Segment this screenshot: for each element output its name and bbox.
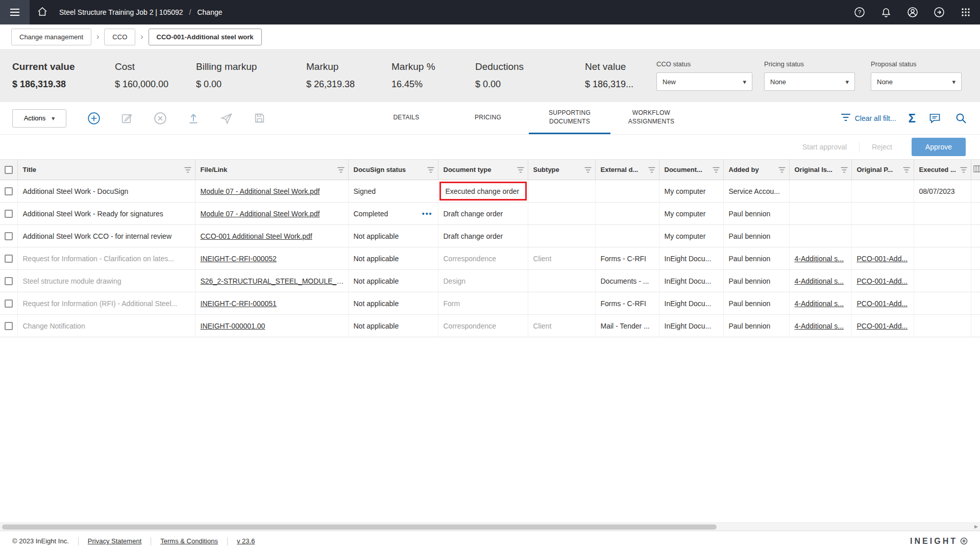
scrollbar-right-arrow-icon[interactable]: ▶: [974, 524, 978, 529]
row-checkbox[interactable]: [5, 277, 13, 285]
original-issue-link[interactable]: 4-Additional s...: [795, 255, 844, 263]
row-checkbox[interactable]: [5, 322, 13, 330]
file-link[interactable]: Module 07 - Additional Steel Work.pdf: [201, 187, 320, 195]
menu-button[interactable]: [0, 0, 30, 24]
cell-subtype: Client: [528, 315, 595, 337]
reject-button[interactable]: Reject: [860, 138, 904, 156]
upload-icon[interactable]: [186, 111, 200, 125]
apps-grid-icon[interactable]: [960, 6, 972, 18]
cancel-icon[interactable]: [153, 111, 167, 125]
account-icon[interactable]: [906, 6, 919, 18]
cco-status-select[interactable]: New ▾: [656, 72, 752, 91]
column-header-document[interactable]: Document...: [659, 160, 723, 180]
help-icon[interactable]: ?: [853, 6, 866, 18]
filter-icon[interactable]: [841, 167, 848, 173]
column-header-original-issue[interactable]: Original Is...: [789, 160, 851, 180]
file-link[interactable]: S26_2-STRUCTURAL_STEEL_MODULE_07: [201, 277, 345, 285]
breadcrumb-cco[interactable]: CCO: [104, 29, 135, 45]
notifications-icon[interactable]: [880, 6, 892, 18]
table-row[interactable]: Additional Steel Work - DocuSign Module …: [0, 180, 980, 203]
filter-icon[interactable]: [184, 167, 191, 173]
tab-supporting-documents[interactable]: SUPPORTING DOCUMENTS: [529, 102, 610, 134]
launch-icon[interactable]: [933, 6, 945, 18]
original-pco-link[interactable]: PCO-001-Add...: [857, 322, 908, 330]
filter-icon[interactable]: [427, 167, 434, 173]
column-header-original-pco[interactable]: Original P...: [851, 160, 914, 180]
filter-icon[interactable]: [337, 167, 345, 173]
row-checkbox[interactable]: [5, 210, 13, 218]
column-header-added-by[interactable]: Added by: [723, 160, 789, 180]
cell-document-type: Design: [438, 270, 528, 292]
original-pco-link[interactable]: PCO-001-Add...: [857, 299, 908, 308]
edit-icon[interactable]: [120, 111, 134, 125]
row-checkbox[interactable]: [5, 299, 13, 308]
approval-actions: Start approval Reject Approve: [0, 135, 980, 159]
row-checkbox[interactable]: [5, 187, 13, 195]
proposal-status-select[interactable]: None ▾: [871, 72, 962, 91]
row-checkbox[interactable]: [5, 232, 13, 240]
filter-icon[interactable]: [903, 167, 910, 173]
archive-icon[interactable]: [253, 111, 266, 125]
filter-icon[interactable]: [648, 167, 655, 173]
terms-conditions-link[interactable]: Terms & Conditions: [160, 537, 218, 545]
pricing-status-select[interactable]: None ▾: [764, 72, 855, 91]
approve-button[interactable]: Approve: [912, 138, 966, 156]
file-link[interactable]: Module 07 - Additional Steel Work.pdf: [201, 210, 320, 218]
tab-details[interactable]: DETAILS: [365, 102, 447, 134]
version-link[interactable]: v 23.6: [237, 537, 255, 545]
original-pco-link[interactable]: PCO-001-Add...: [857, 255, 908, 263]
cell-title: Additional Steel Work - Ready for signat…: [17, 203, 195, 225]
table-row[interactable]: Additional Steel Work CCO - for internal…: [0, 225, 980, 247]
column-header-file-link[interactable]: File/Link: [195, 160, 348, 180]
file-link[interactable]: INEIGHT-C-RFI-000051: [201, 299, 277, 308]
filter-icon[interactable]: [960, 167, 967, 173]
start-approval-button[interactable]: Start approval: [790, 138, 859, 156]
clear-filters-button[interactable]: Clear all filt...: [841, 113, 896, 123]
filter-icon[interactable]: [778, 167, 786, 173]
table-row[interactable]: Request for Information (RFI) - Addition…: [0, 292, 980, 315]
home-button[interactable]: [30, 0, 55, 24]
column-header-title[interactable]: Title: [17, 160, 195, 180]
row-checkbox[interactable]: [5, 255, 13, 263]
add-icon[interactable]: [87, 111, 101, 125]
original-issue-link[interactable]: 4-Additional s...: [795, 277, 844, 285]
search-icon[interactable]: [954, 111, 968, 125]
cell-document-type: Correspondence: [438, 247, 528, 270]
sum-icon[interactable]: Σ: [909, 112, 916, 124]
file-link[interactable]: CCO-001 Additional Steel Work.pdf: [201, 232, 312, 240]
breadcrumb-cco-001[interactable]: CCO-001-Additional steel work: [149, 29, 262, 45]
column-chooser-sliver[interactable]: [971, 160, 980, 180]
table-row[interactable]: Request for Information - Clarification …: [0, 247, 980, 270]
column-header-executed[interactable]: Executed ...: [914, 160, 971, 180]
tab-pricing[interactable]: PRICING: [447, 102, 529, 134]
filter-icon[interactable]: [584, 167, 592, 173]
breadcrumb-change-management[interactable]: Change management: [11, 29, 91, 45]
column-header-docusign-status[interactable]: DocuSign status: [348, 160, 438, 180]
filter-icon[interactable]: [713, 167, 720, 173]
original-pco-link[interactable]: PCO-001-Add...: [857, 277, 908, 285]
column-header-external[interactable]: External d...: [595, 160, 659, 180]
column-header-document-type[interactable]: Document type: [438, 160, 528, 180]
send-icon[interactable]: [219, 111, 233, 125]
columns-icon: [973, 165, 980, 172]
file-link[interactable]: INEIGHT-C-RFI-000052: [201, 255, 277, 263]
column-header-subtype[interactable]: Subtype: [528, 160, 595, 180]
file-link[interactable]: INEIGHT-000001.00: [201, 322, 265, 330]
table-row[interactable]: Additional Steel Work - Ready for signat…: [0, 203, 980, 225]
table-row[interactable]: Steel structure module drawing S26_2-STR…: [0, 270, 980, 292]
original-issue-link[interactable]: 4-Additional s...: [795, 299, 844, 308]
comment-icon[interactable]: [928, 111, 942, 125]
table-row[interactable]: Change Notification INEIGHT-000001.00 No…: [0, 315, 980, 337]
cell-document: My computer: [659, 225, 723, 247]
original-issue-link[interactable]: 4-Additional s...: [795, 322, 844, 330]
footer: © 2023 InEight Inc. Privacy Statement Te…: [0, 531, 980, 551]
privacy-statement-link[interactable]: Privacy Statement: [88, 537, 142, 545]
actions-button[interactable]: Actions ▾: [12, 109, 66, 128]
select-all-checkbox[interactable]: [5, 166, 13, 174]
horizontal-scrollbar[interactable]: ▶: [0, 522, 980, 531]
tab-workflow-assignments[interactable]: WORKFLOW ASSIGNMENTS: [610, 102, 692, 134]
filter-icon[interactable]: [517, 167, 524, 173]
more-actions-icon[interactable]: •••: [422, 210, 433, 218]
cell-document-type: Form: [438, 292, 528, 315]
scrollbar-thumb[interactable]: [2, 524, 717, 530]
